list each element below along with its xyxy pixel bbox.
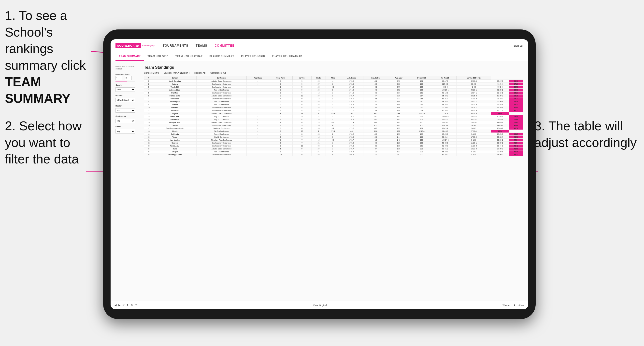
- table-cell: 11: [144, 109, 153, 112]
- filter-max-input[interactable]: [125, 76, 132, 80]
- table-cell: 18: [312, 136, 326, 139]
- table-cell: 18: [144, 130, 153, 133]
- table-cell: 3: [269, 109, 292, 112]
- tab-team-h2h-grid[interactable]: TEAM H2H GRID: [144, 52, 172, 61]
- table-cell: 262: [409, 92, 434, 94]
- table-cell: 260: [409, 83, 434, 86]
- table-cell: 203: [409, 86, 434, 89]
- table-cell: 23: [312, 106, 326, 109]
- table-cell: 33-44-3: [491, 145, 509, 148]
- table-cell: 26: [312, 121, 326, 124]
- table-cell: 4: [326, 80, 340, 83]
- filter-school-select[interactable]: (All): [116, 129, 135, 134]
- table-cell: 23: [312, 86, 326, 89]
- filter-conference-select[interactable]: (All): [116, 119, 135, 123]
- range-bar: [116, 81, 135, 81]
- table-cell: 87.21: [509, 83, 523, 86]
- table-cell: 46.13: [509, 153, 523, 156]
- table-cell: 4: [269, 133, 292, 136]
- nav-teams[interactable]: TEAMS: [196, 40, 207, 51]
- table-cell: 5: [269, 148, 292, 151]
- table-cell: 4: [292, 118, 311, 121]
- table-cell: -3.8: [364, 109, 388, 112]
- table-cell: Oklahoma: [153, 118, 196, 121]
- table-cell: 8: [292, 109, 311, 112]
- table-cell: Atlantic Coast Conference: [196, 112, 247, 115]
- toolbar-tab[interactable]: ⧉: [131, 304, 133, 307]
- table-cell: -1.1: [364, 151, 388, 153]
- filter-division-select[interactable]: NCAA Division I NCAA Division II NCAA Di…: [116, 98, 135, 102]
- table-cell: 255: [409, 97, 434, 100]
- tab-player-summary[interactable]: PLAYER SUMMARY: [206, 52, 238, 61]
- watch-btn[interactable]: Watch ▾: [502, 304, 510, 307]
- table-cell: 30-15-1: [456, 118, 491, 121]
- table-cell: Pac-12 Conference: [196, 103, 247, 106]
- share-btn[interactable]: Share: [518, 304, 524, 307]
- filter-region-select[interactable]: N/A East West: [116, 108, 135, 113]
- tab-player-h2h-grid[interactable]: PLAYER H2H GRID: [238, 52, 268, 61]
- table-cell: 36-17-2: [491, 109, 509, 112]
- share-icon[interactable]: ⬆: [514, 304, 516, 307]
- table-row: 1North CarolinaAtlantic Coast Conference…: [144, 80, 523, 83]
- table-cell: 1.28: [364, 130, 388, 133]
- table-cell: 7: [292, 136, 311, 139]
- table-cell: -5.1: [364, 133, 388, 136]
- table-row: 14OklahomaBig 12 Conference-24242276.9-3…: [144, 118, 523, 121]
- view-original-btn[interactable]: View: Original: [313, 304, 326, 307]
- table-cell: 59-41-4: [434, 136, 456, 139]
- table-cell: 9: [292, 89, 311, 92]
- table-row: 17East Tennessee StateSouthern Conferenc…: [144, 127, 523, 130]
- sign-out-link[interactable]: Sign out: [514, 44, 523, 47]
- tab-player-h2h-heatmap[interactable]: PLAYER H2H HEATMAP: [268, 52, 306, 61]
- nav-committee[interactable]: COMMITTEE: [214, 40, 234, 51]
- table-cell: 24: [312, 127, 326, 130]
- table-cell: 270: [409, 153, 434, 156]
- table-cell: 3: [326, 89, 340, 92]
- toolbar-refresh[interactable]: ↺: [122, 304, 124, 307]
- table-row: 5Ole MissSoutheastern Conference-3618127…: [144, 92, 523, 94]
- table-cell: 12-14-1: [456, 92, 491, 94]
- toolbar-forward[interactable]: ▶: [118, 304, 120, 307]
- table-cell: 3: [326, 94, 340, 97]
- table-cell: -: [247, 133, 269, 136]
- table-cell: 26: [312, 89, 326, 92]
- table-cell: 7: [269, 124, 292, 127]
- table-cell: -: [247, 92, 269, 94]
- table-cell: 5: [292, 86, 311, 89]
- table-cell: 23: [144, 145, 153, 148]
- table-cell: Pac-12 Conference: [196, 100, 247, 103]
- toolbar-back[interactable]: ◀: [114, 304, 116, 307]
- table-cell: 1.41: [388, 139, 409, 142]
- toolbar-clock[interactable]: ⏱: [135, 304, 137, 307]
- table-cell: 92-40-3: [434, 145, 456, 148]
- table-row: 20TexasBig 12 Conference-37180278.9-0.71…: [144, 136, 523, 139]
- table-cell: 3: [326, 103, 340, 106]
- tab-team-h2h-heatmap[interactable]: TEAM H2H HEATMAP: [172, 52, 206, 61]
- table-cell: 24-25-2: [491, 124, 509, 127]
- table-cell: 221: [409, 148, 434, 151]
- table-cell: 217: [409, 106, 434, 109]
- table-cell: -6.2: [364, 86, 388, 89]
- table-cell: 11-28-3: [456, 145, 491, 148]
- table-cell: Big Ten Conference: [196, 130, 247, 133]
- table-cell: 85.27: [509, 92, 523, 94]
- table-cell: 1: [269, 127, 292, 130]
- table-cell: 2: [269, 100, 292, 103]
- filter-gender-select[interactable]: Men's Women's: [116, 87, 135, 92]
- table-cell: 277.0: [340, 109, 363, 112]
- nav-tournaments[interactable]: TOURNAMENTS: [163, 40, 188, 51]
- table-cell: 18-12-1: [456, 100, 491, 103]
- toolbar-share2[interactable]: ⬆: [126, 304, 129, 307]
- table-cell: Southeastern Conference: [196, 106, 247, 109]
- table-cell: 277.8: [340, 127, 363, 130]
- table-cell: 9: [292, 83, 311, 86]
- table-cell: 28-25-0: [491, 133, 509, 136]
- table-cell: 279.3: [340, 145, 363, 148]
- table-cell: 279.7: [340, 148, 363, 151]
- table-cell: 280.7: [340, 153, 363, 156]
- table-cell: 40-38-2: [491, 115, 509, 118]
- tab-team-summary[interactable]: TEAM SUMMARY: [116, 52, 144, 61]
- table-cell: 9: [144, 103, 153, 106]
- filter-gender: Gender Men's Women's: [116, 84, 140, 92]
- filter-min-input[interactable]: [116, 76, 122, 80]
